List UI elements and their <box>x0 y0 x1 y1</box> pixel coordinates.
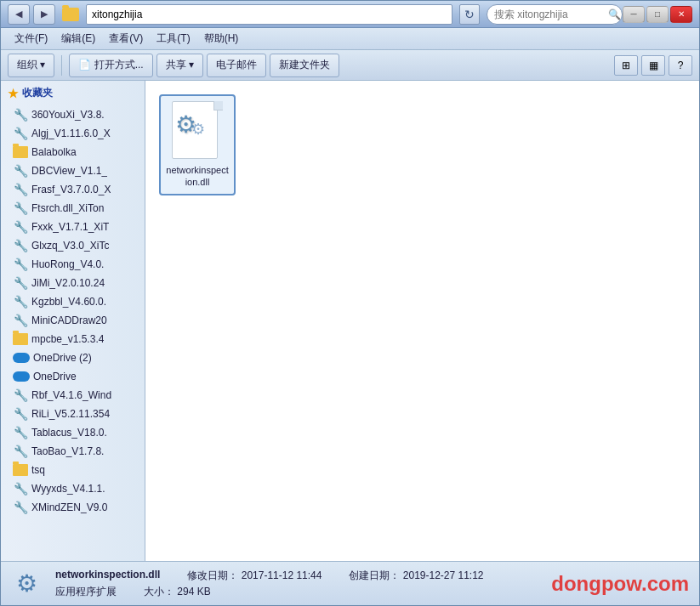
refresh-button[interactable]: ↻ <box>459 4 480 25</box>
sidebar-item-rbf[interactable]: 🔧 Rbf_V4.1.6_Wind <box>1 386 145 405</box>
sidebar-item-glxzq[interactable]: 🔧 Glxzq_V3.0_XiTc <box>1 236 145 255</box>
sidebar-item-taobao[interactable]: 🔧 TaoBao_V1.7.8. <box>1 442 145 461</box>
toolbar-right: ⊞ ▦ ? <box>614 55 692 76</box>
folder-icon <box>62 8 79 21</box>
sidebar-item-label: Wyyxds_V4.1.1. <box>31 483 105 495</box>
forward-button[interactable]: ▶ <box>33 4 55 25</box>
sidebar-item-label: Rbf_V4.1.6_Wind <box>31 389 111 401</box>
sidebar-item-frasf[interactable]: 🔧 Frasf_V3.7.0.0_X <box>1 180 145 199</box>
sidebar-item-tsq[interactable]: tsq <box>1 461 145 479</box>
sidebar-item-minicad[interactable]: 🔧 MiniCADDraw20 <box>1 311 145 330</box>
sidebar-item-kgzbbl[interactable]: 🔧 Kgzbbl_V4.60.0. <box>1 292 145 311</box>
dll-icon: 🔧 <box>13 163 28 178</box>
menu-tools[interactable]: 工具(T) <box>150 30 196 48</box>
sidebar-item-huorong[interactable]: 🔧 HuoRong_V4.0. <box>1 255 145 274</box>
title-bar-left: ◀ ▶ xitongzhijia ↻ 🔍 <box>8 4 623 25</box>
menu-edit[interactable]: 编辑(E) <box>54 30 102 48</box>
status-modified-date: 2017-11-12 11:44 <box>242 569 322 581</box>
dll-icon: 🔧 <box>13 406 28 422</box>
window: ◀ ▶ xitongzhijia ↻ 🔍 ─ □ ✕ 文件(F) 编辑(E) 查… <box>0 0 700 606</box>
folder-icon <box>13 146 28 158</box>
status-size: 大小： 294 KB <box>144 585 211 599</box>
sidebar-section-label: 收藏夹 <box>22 86 53 100</box>
status-size-value: 294 KB <box>177 586 210 598</box>
status-created-label: 创建日期： <box>349 569 400 581</box>
menu-file[interactable]: 文件(F) <box>8 30 54 48</box>
sidebar-item-onedrive2[interactable]: OneDrive (2) <box>1 348 145 367</box>
status-modified: 修改日期： 2017-11-12 11:44 <box>187 569 322 583</box>
menu-bar: 文件(F) 编辑(E) 查看(V) 工具(T) 帮助(H) <box>1 28 699 50</box>
view-button-1[interactable]: ⊞ <box>614 55 638 76</box>
sidebar-item-onedrive[interactable]: OneDrive <box>1 367 145 386</box>
onedrive-icon <box>13 353 30 363</box>
sidebar-item-label: Algj_V1.11.6.0_X <box>31 127 111 139</box>
gear-container: ⚙ ⚙ <box>175 111 205 139</box>
menu-help[interactable]: 帮助(H) <box>197 30 246 48</box>
email-button[interactable]: 电子邮件 <box>207 54 266 77</box>
dll-icon: 🔧 <box>13 500 28 515</box>
sidebar-item-label: Glxzq_V3.0_XiTc <box>31 240 109 252</box>
sidebar-item-label: Tablacus_V18.0. <box>31 427 107 439</box>
status-file-name: networkinspection.dll <box>55 569 160 583</box>
view-button-2[interactable]: ▦ <box>641 55 665 76</box>
search-input[interactable] <box>494 8 605 20</box>
sidebar-item-label: JiMi_V2.0.10.24 <box>31 277 105 289</box>
sidebar[interactable]: ★ 收藏夹 🔧 360YouXi_V3.8. 🔧 Algj_V1.11.6.0_… <box>1 81 145 561</box>
watermark: dongpow.com <box>551 572 689 596</box>
content-area: ★ 收藏夹 🔧 360YouXi_V3.8. 🔧 Algj_V1.11.6.0_… <box>1 81 699 561</box>
gear-small-icon: ⚙ <box>191 120 205 139</box>
menu-view[interactable]: 查看(V) <box>102 30 150 48</box>
sidebar-item-balabolka[interactable]: Balabolka <box>1 143 145 161</box>
sidebar-item-xmindzen[interactable]: 🔧 XMindZEN_V9.0 <box>1 498 145 517</box>
star-icon: ★ <box>8 87 19 100</box>
dll-icon: 🔧 <box>13 238 28 253</box>
status-gear-icon: ⚙ <box>16 569 37 598</box>
sidebar-item-label: TaoBao_V1.7.8. <box>31 445 104 457</box>
status-row-1: networkinspection.dll 修改日期： 2017-11-12 1… <box>55 569 538 583</box>
dll-icon: 🔧 <box>13 201 28 216</box>
sidebar-item-tablacus[interactable]: 🔧 Tablacus_V18.0. <box>1 423 145 442</box>
status-type: 应用程序扩展 <box>55 585 117 599</box>
status-row-2: 应用程序扩展 大小： 294 KB <box>55 585 538 599</box>
share-button[interactable]: 共享 ▾ <box>157 54 203 77</box>
organize-button[interactable]: 组织 ▾ <box>8 54 54 77</box>
new-folder-button[interactable]: 新建文件夹 <box>270 54 339 77</box>
sidebar-item-label: tsq <box>31 464 45 476</box>
file-area: ⚙ ⚙ networkinspection.dll <box>145 81 699 561</box>
sidebar-item-wyyxds[interactable]: 🔧 Wyyxds_V4.1.1. <box>1 479 145 498</box>
sidebar-item-label: XMindZEN_V9.0 <box>31 501 107 513</box>
minimize-button[interactable]: ─ <box>623 6 645 23</box>
sidebar-item-360youxi[interactable]: 🔧 360YouXi_V3.8. <box>1 105 145 124</box>
dll-icon: 🔧 <box>13 388 28 403</box>
help-button[interactable]: ? <box>669 55 692 76</box>
maximize-button[interactable]: □ <box>646 6 669 23</box>
close-button[interactable]: ✕ <box>670 6 692 23</box>
open-button[interactable]: 📄 打开方式... <box>69 54 152 77</box>
sidebar-item-algj[interactable]: 🔧 Algj_V1.11.6.0_X <box>1 124 145 143</box>
sidebar-item-label: Balabolka <box>31 146 77 158</box>
sidebar-item-rili[interactable]: 🔧 RiLi_V5.2.11.354 <box>1 405 145 423</box>
sidebar-item-label: HuoRong_V4.0. <box>31 258 104 270</box>
sidebar-item-dbcview[interactable]: 🔧 DBCView_V1.1_ <box>1 161 145 180</box>
toolbar-separator-1 <box>61 55 62 76</box>
dll-icon: 🔧 <box>13 444 28 459</box>
search-bar[interactable]: 🔍 <box>487 4 623 25</box>
window-controls: ─ □ ✕ <box>623 6 692 23</box>
dll-icon: 🔧 <box>13 257 28 272</box>
back-button[interactable]: ◀ <box>8 4 30 25</box>
status-created: 创建日期： 2019-12-27 11:12 <box>349 569 483 583</box>
file-item-networkinspection[interactable]: ⚙ ⚙ networkinspection.dll <box>159 94 236 195</box>
sidebar-item-label: DBCView_V1.1_ <box>31 165 107 177</box>
status-modified-label: 修改日期： <box>187 569 238 581</box>
sidebar-item-fxxk[interactable]: 🔧 Fxxk_V1.7.1_XiT <box>1 218 145 236</box>
dll-icon: 🔧 <box>13 126 28 141</box>
sidebar-item-label: mpcbe_v1.5.3.4 <box>31 333 104 345</box>
address-bar[interactable]: xitongzhijia <box>86 4 452 25</box>
dll-icon: 🔧 <box>13 182 28 197</box>
sidebar-item-ftsrch[interactable]: 🔧 Ftsrch.dll_XiTon <box>1 199 145 218</box>
status-file-icon: ⚙ <box>11 569 42 599</box>
dll-icon: 🔧 <box>13 219 28 235</box>
dll-icon: 🔧 <box>13 481 28 496</box>
sidebar-item-mpcbe[interactable]: mpcbe_v1.5.3.4 <box>1 330 145 348</box>
sidebar-item-jimi[interactable]: 🔧 JiMi_V2.0.10.24 <box>1 274 145 292</box>
